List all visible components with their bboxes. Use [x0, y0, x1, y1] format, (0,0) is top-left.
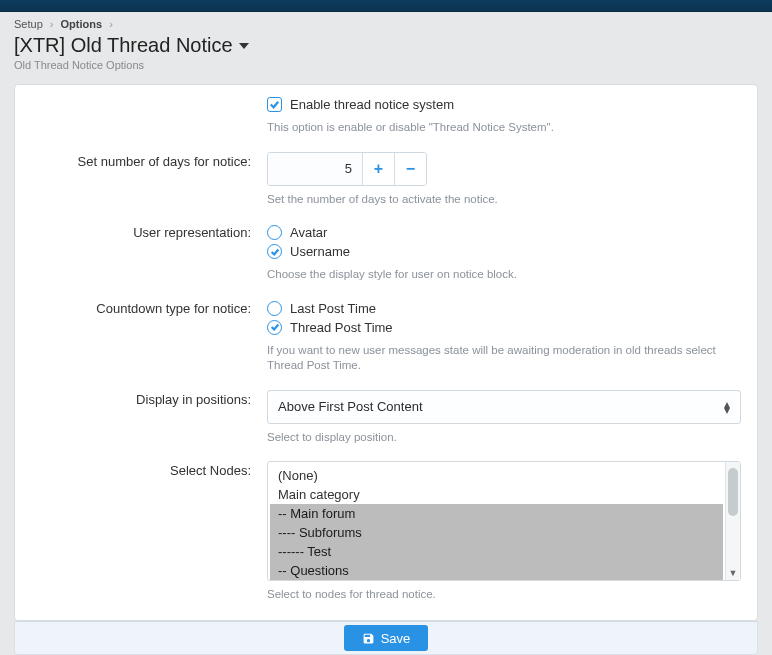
days-stepper: + − [267, 152, 427, 186]
radio-checked-icon [267, 244, 282, 259]
nodes-option[interactable]: ------ Test [270, 542, 723, 561]
position-label: Display in positions: [31, 390, 267, 446]
spacer [31, 95, 267, 136]
countdown-last-post-text: Last Post Time [290, 301, 376, 316]
chevron-right-icon: › [50, 18, 54, 30]
user-rep-help: Choose the display style for user on not… [267, 267, 741, 283]
save-button-label: Save [381, 631, 411, 646]
countdown-thread-post-radio[interactable]: Thread Post Time [267, 318, 741, 337]
page-subtitle: Old Thread Notice Options [0, 57, 772, 81]
breadcrumb-current[interactable]: Options [61, 18, 103, 30]
countdown-label: Countdown type for notice: [31, 299, 267, 374]
nodes-multiselect[interactable]: (None)Main category-- Main forum---- Sub… [267, 461, 741, 581]
radio-checked-icon [267, 320, 282, 335]
nodes-option[interactable]: Main category [270, 485, 723, 504]
nodes-option[interactable]: ---- Subforums [270, 523, 723, 542]
radio-unchecked-icon [267, 225, 282, 240]
nodes-label: Select Nodes: [31, 461, 267, 603]
user-rep-label: User representation: [31, 223, 267, 283]
scrollbar-thumb[interactable] [728, 468, 738, 516]
select-caret-icon: ▴▾ [724, 401, 730, 413]
countdown-thread-post-text: Thread Post Time [290, 320, 393, 335]
scrollbar[interactable]: ▼ [725, 462, 740, 580]
position-selected: Above First Post Content [278, 399, 423, 414]
user-rep-username-radio[interactable]: Username [267, 242, 741, 261]
footer-bar: Save [14, 621, 758, 655]
countdown-help: If you want to new user messages state w… [267, 343, 741, 374]
days-decrease-button[interactable]: − [394, 153, 426, 185]
breadcrumb-root[interactable]: Setup [14, 18, 43, 30]
breadcrumb: Setup › Options › [0, 12, 772, 32]
nodes-option[interactable]: (None) [270, 466, 723, 485]
top-bar [0, 0, 772, 12]
page-title: [XTR] Old Thread Notice [14, 34, 233, 57]
nodes-option[interactable]: -- Main forum [270, 504, 723, 523]
position-help: Select to display position. [267, 430, 741, 446]
save-icon [362, 632, 375, 645]
save-button[interactable]: Save [344, 625, 429, 651]
nodes-help: Select to nodes for thread notice. [267, 587, 741, 603]
nodes-option[interactable]: -- Questions [270, 561, 723, 580]
user-rep-username-text: Username [290, 244, 350, 259]
chevron-right-icon: › [109, 18, 113, 30]
enable-label: Enable thread notice system [290, 97, 454, 112]
days-help: Set the number of days to activate the n… [267, 192, 741, 208]
nodes-list: (None)Main category-- Main forum---- Sub… [268, 462, 725, 580]
user-rep-avatar-radio[interactable]: Avatar [267, 223, 741, 242]
scroll-down-icon[interactable]: ▼ [726, 568, 740, 578]
days-increase-button[interactable]: + [362, 153, 394, 185]
days-label: Set number of days for notice: [31, 152, 267, 208]
radio-unchecked-icon [267, 301, 282, 316]
enable-thread-notice-checkbox[interactable]: Enable thread notice system [267, 95, 741, 114]
caret-down-icon [239, 43, 249, 49]
countdown-last-post-radio[interactable]: Last Post Time [267, 299, 741, 318]
days-input[interactable] [268, 153, 362, 185]
options-panel: Enable thread notice system This option … [14, 84, 758, 621]
checkbox-checked-icon [267, 97, 282, 112]
page-title-row[interactable]: [XTR] Old Thread Notice [0, 32, 772, 57]
position-select[interactable]: Above First Post Content ▴▾ [267, 390, 741, 424]
enable-help: This option is enable or disable "Thread… [267, 120, 741, 136]
user-rep-avatar-text: Avatar [290, 225, 327, 240]
